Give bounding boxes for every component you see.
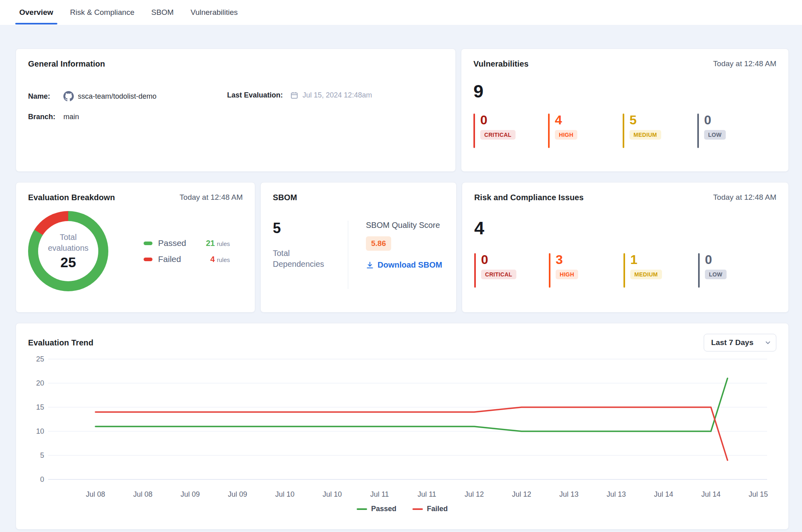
row-top: General Information Name: ssca-team/todo… [16,49,789,172]
risk-compliance-total: 4 [474,219,776,237]
last-evaluation-value: Jul 15, 2024 12:48am [290,91,372,99]
severity-badge-low: LOW [705,270,727,279]
top-tab-bar: OverviewRisk & ComplianceSBOMVulnerabili… [0,0,802,25]
severity-count-medium: 5 [629,114,661,127]
x-tick-label-5: Jul 10 [323,490,342,498]
severity-body-medium: 1MEDIUM [630,253,662,288]
evaluation-breakdown-card: Evaluation Breakdown Today at 12:48 AM T… [16,182,255,313]
severity-count-critical: 0 [481,253,516,267]
last-evaluation-label: Last Evaluation: [227,91,283,99]
download-sbom-label: Download SBOM [378,260,442,270]
download-sbom-link[interactable]: Download SBOM [366,260,442,270]
row-bottom: Evaluation Trend Last 7 Days 0510152025J… [16,323,789,530]
last-evaluation-text: Jul 15, 2024 12:48am [303,91,372,99]
severity-badge-medium: MEDIUM [629,130,661,140]
x-tick-label-14: Jul 15 [749,490,768,498]
github-icon [63,91,74,102]
total-dependencies-value: 5 [273,220,348,237]
vulnerabilities-title: Vulnerabilities [473,59,528,69]
trend-legend-swatch-passed [357,508,367,510]
time-range-value: Last 7 Days [711,338,753,347]
severity-stat-critical: 0CRITICAL [474,253,549,288]
legend-value-passed: 21rules [206,239,230,248]
evaluation-trend-card: Evaluation Trend Last 7 Days 0510152025J… [16,323,789,530]
evaluations-donut-chart[interactable]: Total evaluations 25 [28,211,108,291]
evaluation-breakdown-timestamp: Today at 12:48 AM [180,193,243,202]
sbom-divider [348,221,348,289]
row-middle: Evaluation Breakdown Today at 12:48 AM T… [16,182,789,313]
dashboard-main: General Information Name: ssca-team/todo… [0,25,802,530]
severity-body-medium: 5MEDIUM [629,114,661,148]
repo-name-value: ssca-team/todolist-demo [63,91,156,102]
severity-body-critical: 0CRITICAL [480,114,516,148]
sbom-quality-score-label: SBOM Quality Score [366,221,442,230]
general-information-card: General Information Name: ssca-team/todo… [16,49,456,172]
time-range-dropdown[interactable]: Last 7 Days [704,334,776,351]
vulnerabilities-total: 9 [473,82,776,100]
x-tick-label-4: Jul 10 [275,490,294,498]
y-tick-label-10: 10 [36,427,44,435]
repo-name-text: ssca-team/todolist-demo [78,92,156,101]
severity-count-low: 0 [705,253,727,267]
evaluation-trend-chart: 0510152025Jul 08Jul 08Jul 09Jul 09Jul 10… [28,354,774,503]
name-label: Name: [28,92,63,101]
donut-center: Total evaluations 25 [38,221,98,281]
x-tick-label-12: Jul 14 [654,490,673,498]
severity-badge-low: LOW [704,130,726,140]
severity-bar-medium [623,114,624,148]
vulnerabilities-severity-row: 0CRITICAL4HIGH5MEDIUM0LOW [473,114,776,148]
severity-body-high: 4HIGH [555,114,577,148]
sbom-card: SBOM 5 Total Dependencies SBOM Quality S… [260,182,457,313]
x-tick-label-10: Jul 13 [559,490,579,498]
legend-row-passed: Passed21rules [144,238,230,248]
vulnerabilities-timestamp: Today at 12:48 AM [713,59,776,68]
severity-stat-low: 0LOW [698,253,773,288]
y-tick-label-20: 20 [36,379,44,387]
tab-risk-compliance[interactable]: Risk & Compliance [66,0,139,25]
y-tick-label-15: 15 [36,403,44,411]
trend-line-passed[interactable] [95,378,727,431]
legend-swatch-failed [144,258,152,261]
chevron-down-icon [765,339,771,346]
repo-name-row: Name: ssca-team/todolist-demo [28,91,227,102]
severity-stat-critical: 0CRITICAL [473,114,548,148]
x-tick-label-2: Jul 09 [181,490,200,498]
donut-center-value: 25 [61,254,76,270]
trend-line-failed[interactable] [95,407,727,460]
x-tick-label-7: Jul 11 [418,490,437,498]
download-icon [366,261,374,269]
severity-bar-critical [473,114,475,148]
donut-center-label-line1: Total [60,232,77,243]
trend-legend-swatch-failed [412,508,423,510]
vulnerabilities-card: Vulnerabilities Today at 12:48 AM 9 0CRI… [461,49,789,172]
tab-vulnerabilities[interactable]: Vulnerabilities [187,0,242,25]
x-tick-label-8: Jul 12 [465,490,484,498]
severity-badge-high: HIGH [556,270,578,279]
last-evaluation-row: Last Evaluation: Jul 15, 2024 12:48am [227,91,372,99]
tab-sbom[interactable]: SBOM [147,0,178,25]
severity-bar-medium [623,253,625,288]
severity-bar-low [698,253,700,288]
legend-unit-passed: rules [217,240,230,247]
trend-legend: PassedFailed [28,505,776,513]
severity-body-critical: 0CRITICAL [481,253,516,288]
x-tick-label-0: Jul 08 [86,490,105,498]
x-tick-label-13: Jul 14 [701,490,721,498]
legend-unit-failed: rules [217,256,230,263]
severity-count-medium: 1 [630,253,662,267]
trend-legend-label-failed: Failed [427,505,448,513]
severity-stat-medium: 1MEDIUM [623,253,698,288]
risk-compliance-title: Risk and Compliance Issues [474,193,584,202]
legend-label-failed: Failed [158,254,181,264]
severity-bar-high [549,253,550,288]
x-tick-label-6: Jul 11 [370,490,389,498]
calendar-icon [290,91,298,99]
severity-badge-critical: CRITICAL [481,270,516,279]
legend-label-passed: Passed [158,238,186,248]
evaluation-breakdown-legend: Passed21rulesFailed4rules [144,232,230,270]
donut-center-label-line2: evaluations [48,243,88,254]
severity-stat-medium: 5MEDIUM [623,114,697,148]
general-information-title: General Information [28,59,105,69]
tab-overview[interactable]: Overview [15,0,57,25]
general-info-fields: Name: ssca-team/todolist-demo Branch: ma… [28,91,443,132]
